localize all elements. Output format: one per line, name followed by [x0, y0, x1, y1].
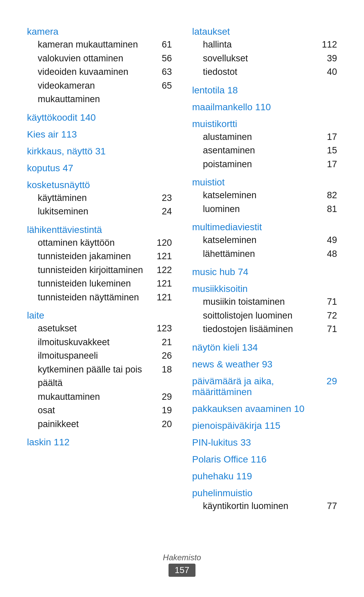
sub-entry: asentaminen15 [192, 144, 337, 157]
sub-entry: käyntikortin luominen77 [192, 499, 337, 513]
heading-number: 93 [262, 359, 272, 370]
index-heading: maailmankello [192, 102, 252, 113]
heading-number: 33 [240, 437, 251, 448]
index-entry: päivämäärä ja aika, määrittäminen29 [192, 376, 337, 397]
heading-number: 29 [327, 376, 337, 387]
sub-entry-text: sovellukset [203, 52, 324, 65]
sub-entry-number: 81 [327, 202, 337, 216]
heading-number: 10 [294, 404, 304, 414]
index-heading: PIN-lukitus [192, 437, 238, 448]
sub-entry-number: 121 [157, 249, 172, 263]
index-entry: Polaris Office116 [192, 454, 337, 465]
index-entry: pakkauksen avaaminen10 [192, 404, 337, 414]
index-heading: muistikortti [192, 119, 337, 129]
sub-entry-text: poistaminen [203, 157, 324, 171]
index-heading: käyttökoodit [27, 112, 77, 123]
sub-entry-number: 17 [327, 157, 337, 171]
sub-entry-number: 23 [162, 191, 172, 205]
sub-entry-text: videoiden kuvaaminen [38, 65, 159, 79]
heading-row: lentotila18 [192, 85, 337, 96]
heading-row: Kies air113 [27, 129, 172, 140]
sub-entry-text: tunnisteiden lukeminen [38, 277, 154, 291]
sub-entry-number: 39 [327, 52, 337, 65]
sub-entry: katseleminen82 [192, 188, 337, 202]
heading-row: Polaris Office116 [192, 454, 337, 465]
sub-entry: luominen81 [192, 202, 337, 216]
sub-entry-number: 18 [162, 363, 172, 390]
sub-entry-number: 17 [327, 130, 337, 144]
index-entry: laiteasetukset123ilmoituskuvakkeet21ilmo… [27, 310, 172, 431]
sub-entry: käyttäminen23 [27, 191, 172, 205]
index-heading: kosketusnäyttö [27, 180, 172, 190]
index-heading: päivämäärä ja aika, määrittäminen [192, 376, 324, 397]
heading-number: 47 [63, 163, 73, 174]
sub-entry-number: 20 [162, 417, 172, 431]
index-entry: muistikorttialustaminen17asentaminen15po… [192, 119, 337, 171]
sub-entry-text: alustaminen [203, 130, 324, 144]
footer-label: Hakemisto [0, 553, 364, 562]
index-entry: kirkkaus, näyttö31 [27, 146, 172, 157]
sub-entry-text: osat [38, 404, 159, 417]
sub-entry-text: kameran mukauttaminen [38, 38, 159, 52]
sub-entry-text: luominen [203, 202, 324, 216]
sub-entry-number: 19 [162, 404, 172, 417]
sub-entry-text: lukitseminen [38, 205, 159, 218]
sub-entry-number: 71 [327, 295, 337, 309]
index-entry: puhelinmuistiokäyntikortin luominen77 [192, 488, 337, 513]
index-entry: latauksethallinta112sovellukset39tiedost… [192, 26, 337, 79]
heading-row: laskin112 [27, 437, 172, 448]
sub-entry: poistaminen17 [192, 157, 337, 171]
sub-entry-text: tiedostojen lisääminen [203, 322, 324, 336]
index-entry: musiikkisoitinmusiikin toistaminen71soit… [192, 283, 337, 336]
index-columns: kamerakameran mukauttaminen61valokuvien … [27, 20, 337, 514]
index-heading: kamera [27, 26, 172, 37]
sub-entry: lähettäminen48 [192, 247, 337, 261]
sub-entry-text: tiedostot [203, 65, 324, 79]
sub-entry-text: musiikin toistaminen [203, 295, 324, 309]
sub-entry-text: tunnisteiden kirjoittaminen [38, 263, 154, 277]
sub-entry: lukitseminen24 [27, 205, 172, 218]
index-entry: koputus47 [27, 163, 172, 174]
sub-entry-number: 24 [162, 205, 172, 218]
sub-entry-text: videokameran mukauttaminen [38, 79, 159, 106]
index-heading: laite [27, 310, 172, 321]
sub-entry: videoiden kuvaaminen63 [27, 65, 172, 79]
heading-number: 140 [80, 112, 96, 123]
sub-entry: ottaminen käyttöön120 [27, 236, 172, 250]
sub-entry-text: katseleminen [203, 233, 324, 247]
sub-entry: hallinta112 [192, 38, 337, 52]
index-entry: Kies air113 [27, 129, 172, 140]
heading-number: 18 [228, 85, 238, 96]
sub-entry-number: 48 [327, 247, 337, 261]
sub-entry-number: 112 [322, 38, 337, 52]
sub-entry: soittolistojen luominen72 [192, 309, 337, 323]
sub-entry-text: mukauttaminen [38, 390, 159, 404]
heading-number: 112 [54, 437, 70, 448]
sub-entry-text: käyttäminen [38, 191, 159, 205]
sub-entry: tiedostot40 [192, 65, 337, 79]
footer: Hakemisto 157 [0, 553, 364, 577]
sub-entry-number: 61 [162, 38, 172, 52]
sub-entry-number: 63 [162, 65, 172, 79]
index-entry: lentotila18 [192, 85, 337, 96]
heading-number: 74 [238, 267, 248, 277]
sub-entry: ilmoituskuvakkeet21 [27, 335, 172, 349]
sub-entry: mukauttaminen29 [27, 390, 172, 404]
index-heading: puhelinmuistio [192, 488, 337, 499]
index-heading: puhehaku [192, 471, 234, 482]
index-entry: PIN-lukitus33 [192, 437, 337, 448]
heading-row: kirkkaus, näyttö31 [27, 146, 172, 157]
index-entry: laskin112 [27, 437, 172, 448]
sub-entry: tunnisteiden näyttäminen121 [27, 291, 172, 304]
sub-entry-number: 56 [162, 52, 172, 65]
index-heading: koputus [27, 163, 60, 174]
sub-entry: sovellukset39 [192, 52, 337, 65]
sub-entry-number: 121 [157, 291, 172, 304]
sub-entry-text: asetukset [38, 322, 154, 335]
sub-entry-text: soittolistojen luominen [203, 309, 324, 323]
left-column: kamerakameran mukauttaminen61valokuvien … [27, 20, 172, 514]
heading-row: maailmankello110 [192, 102, 337, 113]
sub-entry: tiedostojen lisääminen71 [192, 322, 337, 336]
index-entry: pienoispäiväkirja115 [192, 420, 337, 431]
index-entry: muistiotkatseleminen82luominen81 [192, 177, 337, 216]
